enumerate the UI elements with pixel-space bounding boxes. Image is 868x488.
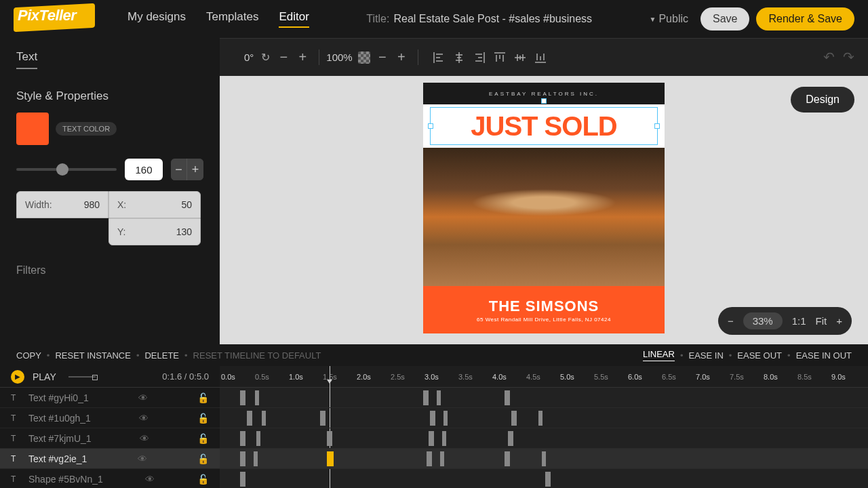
layer-row[interactable]: TText #7kjmU_1👁🔓 (0, 428, 220, 449)
card-address-text[interactable]: 65 West Randall Mill Drive, Little Falls… (477, 317, 611, 323)
layer-row[interactable]: TShape #5BvNn_1👁🔓 (0, 469, 220, 488)
design-artboard[interactable]: EASTBAY REALTORS INC. JUST SOLD THE SIMS… (423, 83, 665, 333)
keyframe[interactable] (440, 451, 444, 466)
align-right-icon[interactable] (473, 51, 486, 64)
save-button[interactable]: Save (701, 7, 749, 30)
align-center-v-icon[interactable] (513, 51, 527, 64)
keyframe[interactable] (545, 472, 551, 487)
keyframe[interactable] (262, 411, 266, 426)
rotation-increase[interactable]: + (296, 49, 309, 65)
layer-row[interactable]: TText #gyHi0_1👁🔓 (0, 388, 220, 408)
keyframe[interactable] (255, 390, 259, 405)
visibility-icon[interactable]: 👁 (138, 453, 147, 464)
timeline-track[interactable] (220, 469, 868, 488)
selection-box[interactable] (430, 107, 658, 145)
visibility-icon[interactable]: 👁 (140, 433, 149, 444)
zoom-percent[interactable]: 33% (743, 312, 783, 329)
lock-icon[interactable]: 🔓 (197, 433, 209, 444)
visibility-icon[interactable]: 👁 (145, 474, 155, 485)
keyframe[interactable] (508, 431, 513, 446)
keyframe[interactable] (327, 431, 332, 446)
keyframe[interactable] (240, 390, 245, 405)
align-center-h-icon[interactable] (452, 51, 466, 64)
reset-timeline-action[interactable]: RESET TIMELINE TO DEFAULT (193, 350, 321, 361)
font-size-input[interactable] (125, 159, 163, 180)
redo-icon[interactable]: ↷ (843, 49, 854, 65)
lock-icon[interactable]: 🔓 (197, 392, 209, 403)
timeline-track[interactable] (220, 408, 868, 428)
keyframe[interactable] (320, 411, 326, 426)
rotate-icon[interactable]: ↻ (259, 52, 271, 64)
keyframe[interactable] (542, 451, 546, 466)
rotate-handle-top[interactable] (541, 98, 547, 104)
card-image[interactable] (423, 148, 665, 286)
filters-section[interactable]: Filters (16, 264, 203, 277)
keyframe[interactable] (442, 431, 446, 446)
zoom-out-icon[interactable]: − (728, 315, 734, 327)
keyframe[interactable] (240, 472, 245, 487)
keyframe[interactable] (256, 431, 260, 446)
logo[interactable]: PixTeller (14, 7, 95, 31)
keyframe[interactable] (505, 390, 510, 405)
keyframe[interactable] (240, 431, 245, 446)
card-family-text[interactable]: THE SIMSONS (489, 298, 599, 315)
opacity-decrease[interactable]: − (376, 49, 389, 65)
keyframe[interactable] (511, 411, 517, 426)
render-save-button[interactable]: Render & Save (756, 7, 854, 30)
nav-templates[interactable]: Templates (206, 10, 258, 28)
keyframe[interactable] (327, 451, 334, 466)
y-field[interactable]: Y:130 (108, 218, 201, 245)
easing-ease-out[interactable]: EASE OUT (737, 350, 782, 361)
timeline-track[interactable] (220, 428, 868, 449)
keyframe[interactable] (254, 451, 258, 466)
keyframe[interactable] (430, 411, 435, 426)
lock-icon[interactable]: 🔓 (197, 474, 209, 485)
timeline-track[interactable] (220, 388, 868, 408)
delete-action[interactable]: DELETE (144, 350, 179, 361)
keyframe[interactable] (427, 451, 432, 466)
zoom-in-icon[interactable]: + (836, 315, 842, 327)
copy-action[interactable]: COPY (16, 350, 41, 361)
canvas[interactable]: EASTBAY REALTORS INC. JUST SOLD THE SIMS… (220, 76, 868, 344)
keyframe[interactable] (538, 411, 542, 426)
keyframe[interactable] (240, 451, 245, 466)
easing-ease-in[interactable]: EASE IN (688, 350, 723, 361)
resize-handle-right[interactable] (654, 123, 660, 129)
visibility-dropdown[interactable]: ▼Public (650, 13, 688, 25)
slider-thumb[interactable] (56, 163, 68, 176)
text-section-title[interactable]: Text (16, 50, 37, 69)
keyframe[interactable] (505, 451, 510, 466)
card-headline-text[interactable]: JUST SOLD (423, 104, 665, 148)
font-size-stepper[interactable]: − + (171, 159, 203, 180)
font-size-increase[interactable]: + (187, 159, 203, 180)
keyframe[interactable] (429, 431, 434, 446)
rotation-decrease[interactable]: − (277, 49, 290, 65)
play-progress[interactable] (68, 376, 96, 378)
width-value[interactable]: 980 (84, 199, 100, 210)
undo-icon[interactable]: ↶ (823, 49, 835, 65)
visibility-icon[interactable]: 👁 (138, 392, 148, 403)
zoom-fit[interactable]: Fit (816, 315, 827, 327)
lock-icon[interactable]: 🔓 (197, 413, 209, 424)
resize-handle-left[interactable] (428, 123, 433, 129)
opacity-increase[interactable]: + (395, 49, 408, 65)
layer-row[interactable]: TText #vg2ie_1👁🔓 (0, 449, 220, 469)
layer-row[interactable]: TText #1u0gh_1👁🔓 (0, 408, 220, 428)
zoom-actual-size[interactable]: 1:1 (792, 315, 806, 327)
font-size-decrease[interactable]: − (171, 159, 187, 180)
transparency-icon[interactable] (358, 52, 370, 64)
design-mode-button[interactable]: Design (791, 87, 854, 113)
text-color-swatch[interactable] (16, 113, 49, 145)
design-title[interactable]: Title: Real Estate Sale Post - #sales #b… (309, 13, 650, 25)
align-top-icon[interactable] (493, 51, 507, 64)
nav-editor[interactable]: Editor (279, 10, 309, 28)
keyframe[interactable] (423, 390, 429, 405)
nav-my-designs[interactable]: My designs (127, 10, 186, 28)
visibility-icon[interactable]: 👁 (139, 413, 149, 424)
keyframe[interactable] (437, 390, 441, 405)
easing-linear[interactable]: LINEAR (643, 349, 675, 361)
align-left-icon[interactable] (432, 51, 446, 64)
timeline-ruler[interactable]: 0.0s0.5s1.0s1.5s2.0s2.5s3.0s3.5s4.0s4.5s… (220, 366, 868, 388)
font-size-slider[interactable] (16, 168, 117, 171)
x-field[interactable]: X:50 (108, 191, 201, 218)
